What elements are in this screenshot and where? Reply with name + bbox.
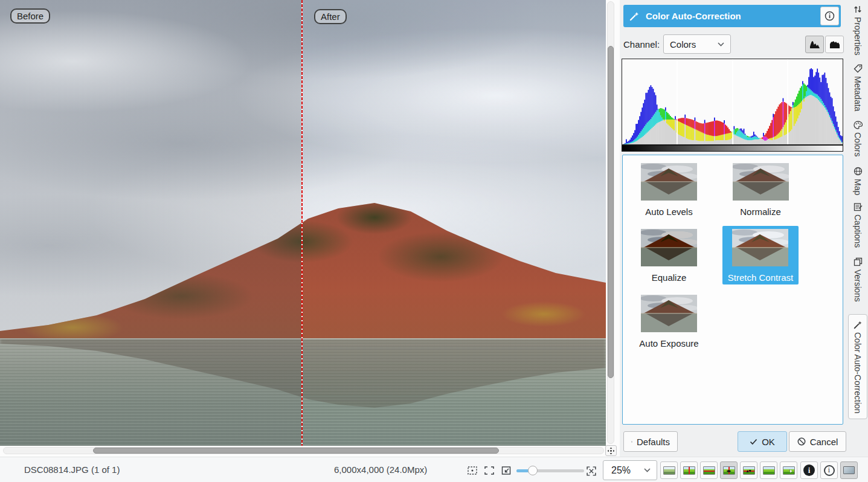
check-icon: [750, 439, 757, 445]
right-sidebar-tabs: Properties Metadata Colors Ma: [847, 0, 868, 457]
sidebar-tab-properties[interactable]: Properties: [853, 5, 863, 56]
pan-tool-button[interactable]: [605, 445, 617, 456]
preset-label: Auto Levels: [645, 207, 692, 217]
preset-stretch-contrast[interactable]: Stretch Contrast: [722, 226, 799, 284]
split-vertical-icon: [683, 466, 695, 475]
sidebar-tab-color-auto-correction[interactable]: Color Auto-Correction: [848, 314, 867, 420]
zoom-fit-window-icon[interactable]: [484, 465, 495, 476]
chevron-down-icon: [718, 42, 724, 47]
preset-label: Stretch Contrast: [728, 272, 793, 283]
preset-auto-exposure[interactable]: Auto Exposure: [634, 292, 704, 350]
image-info-button[interactable]: i: [820, 461, 838, 479]
image-preview-canvas[interactable]: Before After: [0, 0, 606, 446]
zoom-to-100-icon[interactable]: [586, 466, 597, 477]
tool-header: Color Auto-Correction: [623, 5, 841, 27]
globe-icon: [854, 167, 863, 176]
zoom-value: 25%: [611, 465, 644, 476]
vertical-scrollbar[interactable]: [607, 1, 614, 444]
status-bar: DSC08814.JPG (1 of 1) 6,000x4,000 (24.0M…: [0, 457, 868, 482]
view-mode-split-horizontal-mirror[interactable]: ▴▾: [740, 461, 757, 479]
zoom-percentage-dropdown[interactable]: 25%: [603, 460, 657, 480]
preset-auto-levels[interactable]: Auto Levels: [635, 160, 702, 219]
view-mode-split-vertical[interactable]: [680, 461, 698, 479]
status-dimensions: 6,000x4,000 (24.0Mpx): [334, 464, 427, 475]
preset-thumbnail: [641, 295, 697, 334]
preset-thumbnail: [733, 163, 789, 202]
linear-histogram-icon: [810, 40, 820, 48]
monitor-icon: [843, 466, 855, 474]
preset-thumbnail: [641, 229, 697, 268]
caption-edit-icon: [854, 202, 863, 211]
cancel-icon: [797, 437, 806, 446]
ok-button[interactable]: OK: [738, 431, 787, 452]
magic-wand-icon: [629, 11, 640, 21]
image-properties-button[interactable]: i: [800, 461, 818, 479]
split-horizontal-mirror-icon: ▴▾: [743, 466, 755, 475]
channel-label: Channel:: [623, 39, 660, 50]
reset-document-icon: [631, 437, 632, 446]
preset-label: Equalize: [652, 272, 687, 283]
sidebar-tab-versions[interactable]: Versions: [853, 257, 863, 302]
before-badge: Before: [10, 8, 50, 24]
horizontal-scrollbar[interactable]: [3, 447, 604, 454]
digikam-editor-window: Before After Color Auto-Correction Chann…: [0, 0, 868, 482]
sidebar-tab-captions[interactable]: Captions: [853, 202, 863, 248]
after-image: [303, 0, 606, 446]
view-mode-preview-full[interactable]: [660, 461, 678, 479]
split-horizontal-icon: [703, 466, 715, 475]
info-outline-icon: i: [824, 465, 835, 476]
auto-correction-preset-list: Auto LevelsNormalizeEqualizeStretch Cont…: [622, 155, 843, 425]
view-mode-split-vertical-mirror[interactable]: ◂▸: [720, 461, 738, 479]
defaults-label: Defaults: [637, 437, 670, 447]
channel-value: Colors: [670, 39, 718, 50]
view-mode-buttons: ◂▸ ▴▾ i i: [660, 461, 858, 479]
defaults-button[interactable]: Defaults: [623, 431, 678, 452]
before-after-split-line[interactable]: [301, 0, 303, 446]
cancel-button[interactable]: Cancel: [789, 431, 846, 452]
view-mode-image-only[interactable]: [760, 461, 777, 479]
linear-histogram-button[interactable]: [805, 36, 824, 53]
tag-icon: [854, 64, 863, 73]
preset-normalize[interactable]: Normalize: [727, 160, 794, 219]
histogram-view[interactable]: [622, 59, 843, 145]
zoom-select-icon[interactable]: [467, 465, 478, 476]
histogram-canvas: [622, 59, 843, 144]
sidebar-tab-metadata[interactable]: Metadata: [853, 64, 863, 111]
cancel-label: Cancel: [810, 437, 838, 447]
sidebar-tab-colors[interactable]: Colors: [853, 121, 863, 156]
zoom-slider-handle[interactable]: [528, 466, 538, 475]
palette-icon: [854, 121, 863, 129]
after-image-clip: [303, 0, 606, 446]
zoom-fit-selection-icon[interactable]: [501, 465, 512, 476]
magic-wand-icon: [854, 320, 863, 329]
preset-equalize[interactable]: Equalize: [635, 226, 702, 284]
preset-label: Normalize: [740, 207, 781, 217]
sidebar-tab-map[interactable]: Map: [853, 167, 863, 195]
after-badge: After: [314, 9, 347, 24]
monitor-profile-button[interactable]: [840, 461, 858, 479]
pan-icon: [607, 447, 615, 455]
vertical-scrollbar-thumb[interactable]: [608, 46, 614, 378]
view-mode-split-horizontal[interactable]: [700, 461, 718, 479]
chevron-down-icon: [644, 468, 651, 472]
split-vertical-mirror-icon: ◂▸: [723, 466, 735, 475]
status-filename: DSC08814.JPG (1 of 1): [24, 464, 120, 475]
sort-arrows-icon: [854, 5, 862, 14]
tool-info-button[interactable]: [820, 7, 839, 25]
preset-thumbnail: [732, 229, 788, 268]
view-mode-image-pointer[interactable]: [780, 461, 797, 479]
image-pointer-icon: [783, 466, 795, 475]
histogram-gradient-bar: [622, 145, 843, 152]
horizontal-scrollbar-thumb[interactable]: [93, 448, 499, 454]
preset-thumbnail: [641, 163, 697, 202]
channel-dropdown[interactable]: Colors: [663, 34, 731, 54]
info-icon: [825, 11, 835, 21]
preset-label: Auto Exposure: [639, 338, 698, 349]
image-only-icon: [763, 466, 775, 475]
logarithmic-histogram-icon: [830, 40, 840, 48]
tool-title: Color Auto-Correction: [646, 11, 741, 21]
preview-full-icon: [663, 466, 675, 475]
logarithmic-histogram-button[interactable]: [825, 36, 844, 53]
zoom-slider[interactable]: [516, 469, 584, 472]
preset-grid: Auto LevelsNormalizeEqualizeStretch Cont…: [629, 160, 843, 350]
